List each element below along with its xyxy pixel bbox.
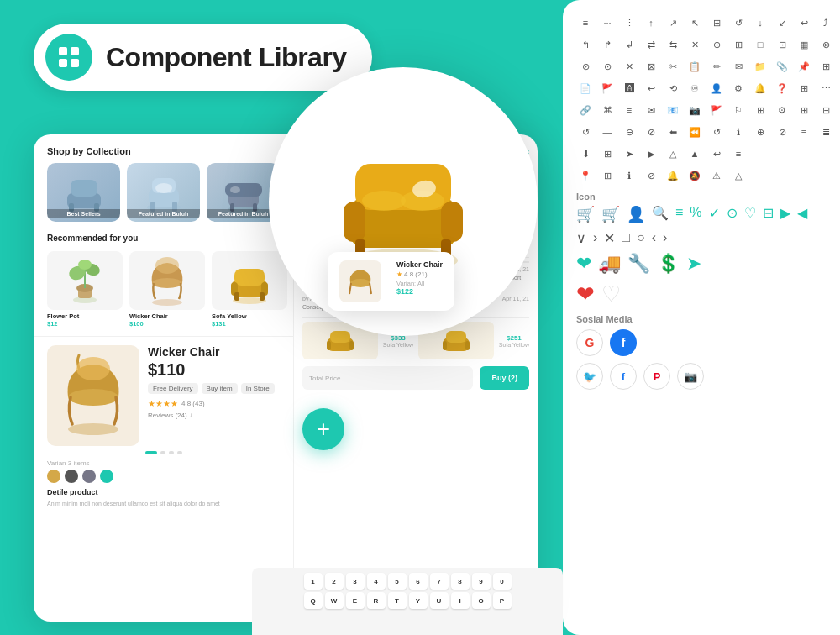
key-y[interactable]: Y <box>409 592 428 609</box>
icon-cell[interactable]: ↩ <box>795 13 813 32</box>
icon-cell[interactable]: 🔕 <box>685 166 704 185</box>
icon-cell[interactable] <box>773 144 791 163</box>
icon-cell[interactable]: ⊘ <box>642 123 660 141</box>
icon-cell[interactable]: ⇆ <box>664 35 682 54</box>
heart-outline-icon[interactable]: ♡ <box>744 205 756 223</box>
key-p[interactable]: P <box>493 592 512 609</box>
carousel-dot[interactable] <box>169 451 174 454</box>
icon-cell[interactable]: ⏪ <box>685 123 704 141</box>
icon-cell[interactable]: ♾ <box>685 79 704 97</box>
icon-cell[interactable]: 📍 <box>576 166 595 185</box>
icon-cell[interactable]: ⚙ <box>773 101 791 119</box>
icon-cell[interactable]: 🚩 <box>707 101 726 119</box>
key-3[interactable]: 3 <box>346 573 365 590</box>
icon-cell[interactable]: ⤴ <box>816 13 835 32</box>
icon-cell[interactable]: ⊘ <box>576 57 595 76</box>
circle-icon[interactable]: ○ <box>637 230 645 246</box>
icon-cell[interactable]: ⊞ <box>816 57 835 76</box>
key-2[interactable]: 2 <box>325 573 344 590</box>
icon-cell[interactable]: ⊙ <box>598 57 617 76</box>
icon-cell[interactable]: ↱ <box>598 35 617 54</box>
icon-cell[interactable]: ⊟ <box>816 101 835 119</box>
key-e[interactable]: E <box>346 592 365 609</box>
icon-cell[interactable]: ℹ <box>729 123 748 141</box>
heart-red-icon[interactable]: ❤ <box>576 281 595 307</box>
product-flower-pot[interactable]: Flower Pot $12 <box>47 251 123 328</box>
icon-cell[interactable]: 📌 <box>795 57 813 76</box>
icon-cell[interactable]: □ <box>751 35 769 54</box>
icon-cell[interactable]: ⊠ <box>642 57 660 76</box>
close-icon[interactable]: ✕ <box>604 230 615 246</box>
icon-cell[interactable]: ··· <box>598 13 617 32</box>
icon-cell[interactable] <box>751 144 769 163</box>
icon-cell[interactable]: — <box>598 123 617 141</box>
collection-featured-1[interactable]: Featured in Buluh <box>127 163 200 222</box>
play-icon[interactable]: ▶ <box>780 205 790 223</box>
key-u[interactable]: U <box>430 592 449 609</box>
twitter-icon[interactable]: 🐦 <box>576 363 603 390</box>
key-0[interactable]: 0 <box>493 573 512 590</box>
icon-cell[interactable]: ≡ <box>729 144 748 163</box>
key-6[interactable]: 6 <box>409 573 428 590</box>
truck-icon[interactable]: 🚚 <box>598 253 621 275</box>
product-wicker-chair[interactable]: Wicker Chair $100 <box>129 251 205 328</box>
percent-icon[interactable]: % <box>690 205 701 223</box>
icon-cell[interactable]: ↓ <box>751 13 769 32</box>
add-button[interactable]: + <box>302 408 344 450</box>
icon-cell[interactable]: ⇄ <box>642 35 660 54</box>
chevron-down-icon[interactable]: ∨ <box>576 230 586 246</box>
icon-cell[interactable]: ≡ <box>576 13 595 32</box>
carousel-dot-active[interactable] <box>145 451 157 454</box>
icon-cell[interactable]: 🔔 <box>664 166 682 185</box>
icon-cell[interactable]: ⊞ <box>795 79 813 97</box>
cart-red-icon[interactable]: 🛒 <box>601 205 620 223</box>
color-swatch-teal[interactable] <box>100 470 113 483</box>
back-icon[interactable]: ◀ <box>797 205 807 223</box>
icon-cell[interactable] <box>773 166 791 185</box>
icon-cell[interactable]: ⚠ <box>707 166 726 185</box>
carousel-dot[interactable] <box>177 451 182 454</box>
key-t[interactable]: T <box>388 592 407 609</box>
icon-cell[interactable]: ⬇ <box>576 144 595 163</box>
icon-cell[interactable]: ⊖ <box>620 123 638 141</box>
icon-cell[interactable] <box>816 166 835 185</box>
heart-teal-icon[interactable]: ❤ <box>576 253 591 275</box>
icon-cell[interactable]: ⊘ <box>773 123 791 141</box>
facebook-icon[interactable]: f <box>610 329 637 356</box>
icon-cell[interactable]: ⊡ <box>773 35 791 54</box>
color-swatch-gray[interactable] <box>82 470 96 483</box>
icon-cell[interactable]: 📁 <box>751 57 769 76</box>
key-r[interactable]: R <box>367 592 386 609</box>
facebook2-icon[interactable]: f <box>610 363 637 390</box>
icon-cell[interactable]: ⊘ <box>642 166 660 185</box>
icon-cell[interactable]: △ <box>729 166 748 185</box>
instagram-icon[interactable]: 📷 <box>677 363 704 390</box>
icon-cell[interactable]: ↲ <box>620 35 638 54</box>
icon-cell[interactable]: 📷 <box>685 101 704 119</box>
icon-cell[interactable]: ↺ <box>707 123 726 141</box>
key-5[interactable]: 5 <box>388 573 407 590</box>
icon-cell[interactable]: ↖ <box>685 13 704 32</box>
icon-cell[interactable]: ⟲ <box>664 79 682 97</box>
icon-cell[interactable] <box>751 166 769 185</box>
icon-cell[interactable]: ✉ <box>642 101 660 119</box>
icon-cell[interactable]: ❓ <box>773 79 791 97</box>
icon-cell[interactable]: 📄 <box>576 79 595 97</box>
filter-icon[interactable]: ≡ <box>675 205 683 223</box>
pinterest-icon[interactable]: P <box>643 363 670 390</box>
icon-cell[interactable]: ⌘ <box>598 101 617 119</box>
icon-cell[interactable]: ↩ <box>642 79 660 97</box>
icon-cell[interactable]: ⋮ <box>620 13 638 32</box>
icon-cell[interactable]: ✏ <box>707 57 726 76</box>
icon-cell[interactable]: 📧 <box>664 101 682 119</box>
key-1[interactable]: 1 <box>304 573 323 590</box>
chevron-right-icon[interactable]: › <box>593 230 597 246</box>
icon-cell[interactable]: ✉ <box>729 57 748 76</box>
radio-icon[interactable]: ⊙ <box>727 205 738 223</box>
collection-best-sellers[interactable]: Best Sellers <box>47 163 120 222</box>
key-9[interactable]: 9 <box>472 573 491 590</box>
send-icon[interactable]: ➤ <box>686 253 701 275</box>
icon-cell[interactable] <box>795 166 813 185</box>
chevron-left-icon[interactable]: ‹ <box>652 230 656 246</box>
icon-cell[interactable]: ↩ <box>707 144 726 163</box>
